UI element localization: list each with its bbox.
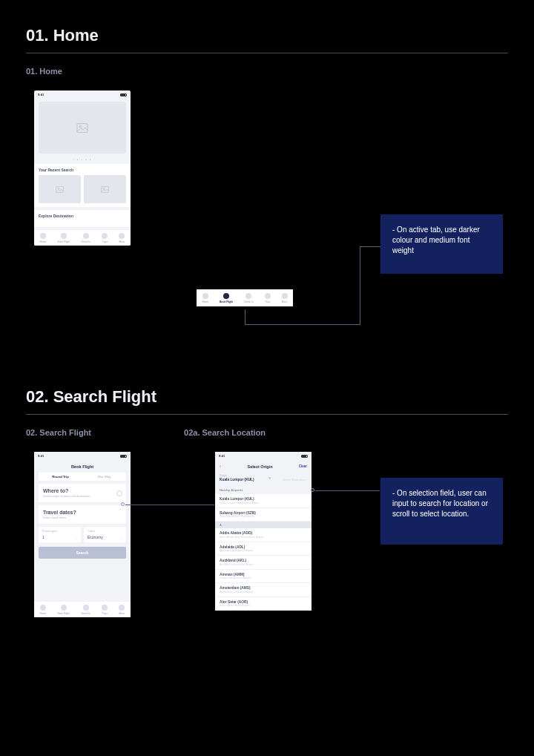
back-icon[interactable]: ‹: [220, 464, 221, 469]
tab-trips[interactable]: Trips: [265, 293, 271, 303]
recent-search-card: Your Recent Search: [34, 164, 131, 207]
travel-dates-hint: Select travel dates: [43, 516, 122, 519]
travel-dates-field[interactable]: Travel dates? Select travel dates: [39, 505, 126, 524]
destination-placeholder[interactable]: Select Destination ›: [283, 479, 307, 481]
recent-search-item[interactable]: [39, 175, 81, 203]
section-2-title: 02. Search Flight: [26, 387, 508, 407]
where-to-label: Where to?: [43, 488, 122, 493]
subheading-search-flight: 02. Search Flight: [26, 428, 91, 437]
alpha-section-header: A: [215, 522, 312, 528]
swap-icon[interactable]: ⇅: [268, 477, 271, 480]
cabin-value: Economy: [88, 535, 103, 539]
where-to-field[interactable]: Where to? Search origin location and des…: [39, 484, 126, 502]
home-screen-mock: 9:41 ○ ● ● ● ● Your Recent Search Explor…: [34, 91, 131, 246]
airport-list-item[interactable]: Amman (AMM)Jordan International Airport: [215, 570, 312, 584]
search-button[interactable]: Search: [39, 547, 126, 559]
status-bar: 9:41: [34, 452, 131, 460]
connector-line: [360, 246, 380, 247]
connector-line: [245, 309, 245, 324]
travel-dates-label: Travel dates?: [43, 510, 122, 515]
status-time: 9:41: [38, 454, 44, 458]
passengers-label: Passengers: [42, 530, 77, 533]
origin-label: Origin: [220, 474, 307, 477]
book-flight-screen-mock: 9:41 Book Flight Round Trip One Way Wher…: [34, 452, 131, 617]
airport-list-item[interactable]: Addis Ababa (ADD)Addis Ababa Bole Intern…: [215, 528, 312, 542]
svg-point-3: [58, 188, 59, 189]
svg-point-1: [79, 125, 82, 128]
svg-rect-4: [102, 186, 109, 192]
recent-search-item[interactable]: [84, 175, 126, 203]
nearby-airports-header: Nearby Airports: [215, 484, 312, 494]
connector-line: [125, 504, 214, 505]
chevron-down-icon: ⌄: [75, 536, 77, 539]
select-origin-screen-mock: 9:41 ‹ Select Origin Clear Origin Kuala …: [215, 452, 312, 611]
airport-list-item[interactable]: Alor Setar (AOR)Sultan Abdul Halim Airpo…: [215, 597, 312, 611]
recent-search-title: Your Recent Search: [39, 168, 126, 172]
screen-title: Book Flight: [34, 460, 131, 473]
battery-icon: [120, 455, 127, 458]
svg-rect-0: [77, 123, 88, 132]
cabin-label: Cabin: [88, 530, 122, 533]
airport-list-item[interactable]: Adelaide (ADL)Adelaide International Air…: [215, 542, 312, 556]
explore-destination-title: Explore Destination: [39, 214, 126, 218]
screen-title: Select Origin: [248, 464, 273, 469]
connector-line: [315, 490, 380, 491]
tab-trips[interactable]: Trips: [102, 605, 108, 615]
annotation-selection-field: - On selection field, user can input to …: [380, 478, 503, 545]
tab-check-in[interactable]: Check In: [244, 293, 254, 303]
tab-check-in[interactable]: Check In: [81, 233, 90, 243]
tab-book-flight-active[interactable]: Book Flight: [220, 293, 233, 303]
connector-line: [245, 324, 360, 325]
connector-dot: [311, 488, 314, 492]
status-time: 9:41: [219, 454, 225, 458]
airport-list-item[interactable]: Subang Airport (SZB)Sultan Abdul Aziz Sh…: [215, 508, 312, 522]
route-selector[interactable]: Origin Kuala Lumpur (KUL) ⇅ Select Desti…: [215, 473, 312, 484]
divider: [26, 414, 508, 415]
image-placeholder-icon: [76, 123, 88, 133]
connector-dot: [121, 502, 125, 506]
tab-home[interactable]: Home: [202, 293, 208, 303]
tab-book-flight[interactable]: Book Flight: [57, 233, 70, 243]
divider: [26, 53, 508, 53]
section-1-subheading: 01. Home: [26, 67, 508, 76]
segment-one-way[interactable]: One Way: [82, 473, 126, 481]
subheading-search-location: 02a. Search Location: [184, 428, 266, 437]
tab-bar: Home Book Flight Check In Trips More: [34, 602, 131, 617]
chevron-down-icon: ⌄: [120, 536, 122, 539]
cabin-select[interactable]: Cabin Economy⌄: [84, 527, 126, 542]
svg-point-5: [103, 188, 105, 189]
status-bar: 9:41: [215, 452, 312, 460]
hero-image-placeholder: [39, 102, 126, 154]
trip-type-segment[interactable]: Round Trip One Way: [39, 473, 126, 481]
tab-trips[interactable]: Trips: [102, 233, 108, 243]
passengers-select[interactable]: Passengers 1⌄: [39, 527, 81, 542]
tab-bar-detail: Home Book Flight Check In Trips More: [197, 289, 293, 306]
battery-icon: [301, 455, 308, 458]
carousel-dots[interactable]: ○ ● ● ● ●: [34, 158, 131, 161]
tab-home[interactable]: Home: [40, 605, 47, 615]
segment-round-trip[interactable]: Round Trip: [39, 473, 82, 481]
tab-home[interactable]: Home: [40, 233, 47, 243]
tab-check-in[interactable]: Check In: [81, 605, 90, 615]
tab-bar: Home Book Flight Check In Trips More: [34, 230, 131, 246]
status-time: 9:41: [38, 93, 44, 96]
clear-button[interactable]: Clear: [299, 464, 307, 468]
where-to-hint: Search origin location and destination: [43, 495, 122, 498]
tab-more[interactable]: More: [119, 605, 125, 615]
svg-rect-2: [56, 186, 64, 192]
connector-line: [360, 246, 360, 325]
battery-icon: [120, 93, 127, 96]
passengers-value: 1: [42, 535, 44, 539]
airport-list-item[interactable]: Amsterdam (AMS)Amsterdam - Schiphol Airp…: [215, 583, 312, 597]
airport-list-item[interactable]: Auckland (AKL)Auckland International Air…: [215, 556, 312, 570]
tab-more[interactable]: More: [119, 233, 125, 243]
status-bar: 9:41: [34, 91, 131, 99]
tab-more[interactable]: More: [282, 293, 288, 303]
explore-destination-card: Explore Destination: [34, 210, 131, 227]
annotation-active-tab: - On active tab, use darker colour and m…: [380, 214, 503, 274]
tab-book-flight[interactable]: Book Flight: [57, 605, 70, 615]
airport-list-item[interactable]: Kuala Lumpur (KUL)Kuala Lumpur Internati…: [215, 494, 312, 508]
section-1-title: 01. Home: [26, 26, 508, 45]
